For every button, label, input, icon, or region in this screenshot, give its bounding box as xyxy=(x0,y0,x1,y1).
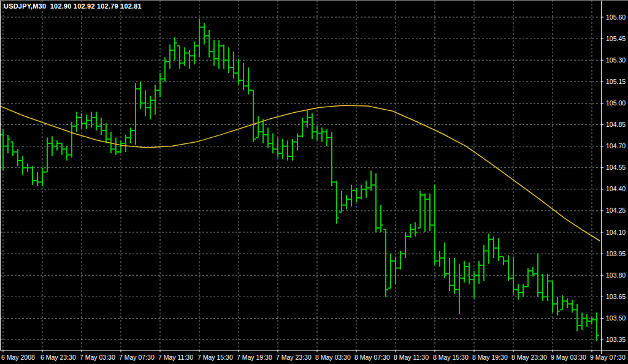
moving-average-line xyxy=(0,105,600,241)
ohlc-bar xyxy=(251,90,256,142)
ohlc-bar xyxy=(74,112,79,132)
ohlc-bar xyxy=(143,90,148,116)
ohlc-bar xyxy=(452,258,457,294)
price-axis-label: 103.35 xyxy=(606,336,626,343)
ohlc-bar xyxy=(1,129,6,171)
time-axis-label: 7 May 23:30 xyxy=(276,354,312,361)
ohlc-bar xyxy=(275,138,280,158)
mt4-chart-window: USDJPY,M30 102.90 102.92 102.79 102.81 1… xyxy=(0,0,628,364)
ohlc-bar xyxy=(128,127,133,143)
ohlc-bar xyxy=(212,40,216,66)
ohlc-bar xyxy=(575,304,580,331)
ohlc-bar xyxy=(501,257,506,265)
ohlc-bar xyxy=(481,245,486,281)
time-axis-label: 7 May 19:30 xyxy=(237,354,272,361)
time-axis-label: 8 May 11:30 xyxy=(394,354,429,361)
ohlc-bar xyxy=(50,136,55,156)
ohlc-bar xyxy=(55,140,59,150)
ohlc-bar xyxy=(329,132,334,186)
ohlc-bar xyxy=(118,140,123,153)
price-axis-label: 103.95 xyxy=(606,250,626,257)
price-axis-label: 105.30 xyxy=(606,56,626,64)
price-axis-label: 103.80 xyxy=(606,271,626,279)
time-axis-label: 8 May 19:30 xyxy=(472,354,508,361)
ohlc-bar xyxy=(457,264,462,314)
ohlc-bar xyxy=(388,254,393,288)
ohlc-bar xyxy=(369,170,373,191)
ohlc-bar xyxy=(413,222,418,237)
ohlc-bar xyxy=(256,116,261,137)
ohlc-bar xyxy=(437,251,442,267)
ohlc-bar xyxy=(526,268,530,287)
ohlc-bar xyxy=(153,85,158,115)
price-axis-label: 105.15 xyxy=(606,78,626,85)
time-axis-label: 7 May 03:30 xyxy=(80,354,115,361)
ohlc-bar xyxy=(20,156,25,175)
ohlc-bar xyxy=(197,18,202,57)
ohlc-bar xyxy=(138,82,143,108)
ohlc-bar xyxy=(94,112,99,130)
ohlc-bar xyxy=(202,23,207,44)
ohlc-bar xyxy=(40,168,45,186)
ohlc-bar xyxy=(84,115,89,129)
ohlc-bar xyxy=(334,181,339,224)
time-axis-label: 8 May 07:30 xyxy=(354,354,390,361)
ohlc-bar xyxy=(393,257,398,284)
ohlc-bar xyxy=(300,118,305,138)
ohlc-bar xyxy=(447,258,452,291)
ohlc-bar xyxy=(584,314,589,327)
ohlc-bar xyxy=(570,300,575,313)
ohlc-bar xyxy=(349,185,354,207)
price-axis-label: 104.70 xyxy=(606,142,626,150)
price-axis-label: 105.60 xyxy=(606,13,626,21)
ohlc-bar xyxy=(418,191,423,228)
ohlc-bar xyxy=(378,205,383,232)
ohlc-bar xyxy=(560,295,565,309)
ohlc-bar xyxy=(216,40,221,69)
ohlc-bar xyxy=(496,238,501,260)
chart-canvas[interactable]: 105.60105.45105.30105.15105.00104.85104.… xyxy=(0,0,628,364)
ohlc-bar xyxy=(221,44,226,69)
ohlc-bar xyxy=(467,262,472,284)
ohlc-bar xyxy=(403,232,408,258)
ohlc-bar xyxy=(594,313,599,341)
ohlc-bar xyxy=(521,284,526,297)
ohlc-bar xyxy=(285,140,290,161)
time-axis-label: 7 May 11:30 xyxy=(158,354,193,361)
ohlc-bar xyxy=(69,122,74,158)
ohlc-bar xyxy=(408,224,413,238)
price-axis-label: 103.65 xyxy=(606,293,626,300)
ohlc-bar xyxy=(15,149,20,166)
ohlc-bar xyxy=(163,58,167,82)
ohlc-bar xyxy=(442,242,447,278)
ohlc-bar xyxy=(167,44,172,69)
price-axis-label: 104.10 xyxy=(606,229,626,236)
ohlc-bar xyxy=(182,47,187,66)
ohlc-bar xyxy=(187,50,192,69)
price-axis-label: 103.50 xyxy=(606,314,626,322)
ohlc-bar xyxy=(589,317,594,324)
ohlc-bar xyxy=(516,284,521,300)
time-axis-label: 9 May 07:30 xyxy=(590,354,626,361)
ohlc-bar xyxy=(486,233,491,264)
time-axis-label: 8 May 15:30 xyxy=(433,354,469,361)
time-axis-label: 6 May 2008 xyxy=(1,354,35,361)
ohlc-bar xyxy=(133,83,138,145)
price-axis-label: 104.55 xyxy=(606,164,626,171)
ohlc-bar xyxy=(491,237,496,258)
time-axis-label: 8 May 03:30 xyxy=(315,354,351,361)
ohlc-bar xyxy=(236,59,241,85)
ohlc-bar xyxy=(359,185,364,199)
ohlc-bar xyxy=(35,172,40,186)
ohlc-bar xyxy=(104,123,109,143)
ohlc-bar xyxy=(427,194,432,231)
ohlc-bar xyxy=(192,42,197,64)
ohlc-bar xyxy=(99,118,104,135)
ohlc-bar xyxy=(290,139,295,161)
ohlc-bar xyxy=(207,30,212,57)
ohlc-bar xyxy=(123,135,128,152)
ohlc-bar xyxy=(64,146,69,161)
ohlc-bar xyxy=(324,129,329,146)
ohlc-bar xyxy=(177,46,182,69)
ohlc-bar xyxy=(6,135,10,153)
